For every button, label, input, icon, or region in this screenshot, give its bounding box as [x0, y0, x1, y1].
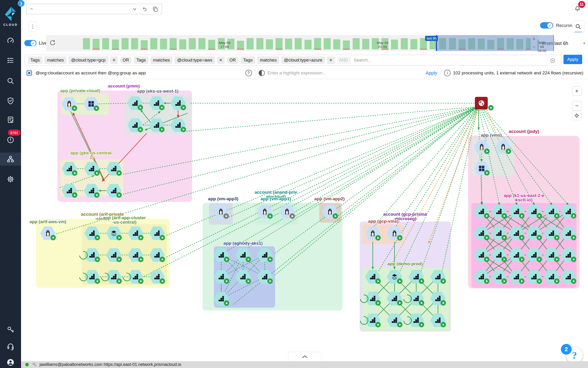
- node-pod-app-eks-us-west-1[interactable]: [127, 96, 143, 110]
- node-pod-app-k1-us-east-2-eksctl-io[interactable]: [526, 248, 542, 262]
- expand-node-badge[interactable]: [554, 235, 560, 240]
- expand-node-badge[interactable]: [536, 257, 542, 262]
- expand-node-badge[interactable]: [51, 235, 56, 240]
- node-pod-app-arif-app-cluster-us-central[interactable]: [149, 270, 165, 284]
- remove-filter-icon[interactable]: ✕: [110, 57, 118, 64]
- group-label-app-vm-app2[interactable]: app (vm-app2): [314, 196, 345, 201]
- timeline-bar[interactable]: [170, 38, 177, 49]
- node-pod-app-arif-app-cluster-us-central[interactable]: [106, 248, 122, 262]
- expand-node-badge[interactable]: [484, 148, 490, 154]
- node-pod-app-aghody-aks1[interactable]: [257, 248, 272, 262]
- node-pod-app-arif-app-cluster-us-central[interactable]: [84, 270, 100, 284]
- filter-field-chip[interactable]: Tags: [28, 56, 42, 64]
- timeline-bar[interactable]: [266, 39, 273, 49]
- expand-node-badge[interactable]: [116, 257, 122, 262]
- expand-node-badge[interactable]: [536, 213, 542, 219]
- expand-node-badge[interactable]: [375, 278, 381, 284]
- node-pod-app-k1-us-east-2-eksctl-io[interactable]: [526, 226, 542, 240]
- copy-icon[interactable]: [152, 6, 158, 12]
- expand-node-badge[interactable]: [419, 322, 424, 327]
- timeline-histogram[interactable]: last 6h May 0317:00May 0401:00May 0409:0…: [46, 35, 529, 51]
- node-linux-app-gcp-vms[interactable]: [387, 227, 402, 240]
- expand-node-badge[interactable]: [375, 235, 381, 240]
- timeline-bar[interactable]: [208, 40, 215, 49]
- filter-search-placeholder[interactable]: Search...: [354, 57, 372, 63]
- expand-node-badge[interactable]: [116, 170, 122, 176]
- timeline-bar[interactable]: [122, 38, 129, 49]
- timeline-bar[interactable]: [401, 38, 408, 49]
- node-pod-app-k1-us-east-2-eksctl-io[interactable]: [509, 270, 524, 284]
- apply-filters-button[interactable]: Apply: [563, 55, 582, 64]
- group-label-app-vms[interactable]: app (vms): [481, 133, 502, 137]
- recursive-toggle[interactable]: ✓: [540, 22, 553, 28]
- expand-node-badge[interactable]: [519, 213, 524, 219]
- expand-node-badge[interactable]: [116, 192, 122, 198]
- filter-value-chip[interactable]: @cloud:type=aws: [175, 56, 215, 64]
- timeline-bar[interactable]: [362, 39, 369, 49]
- timeline-bar[interactable]: [391, 39, 398, 49]
- node-pod-app-k1-us-east-2-eksctl-io[interactable]: [526, 270, 542, 284]
- node-pod-app-demo-prod[interactable]: [430, 270, 446, 284]
- node-pod-app-k1-us-east-2-eksctl-io[interactable]: [561, 205, 576, 218]
- sidebar-item-profile[interactable]: [0, 356, 21, 368]
- expand-node-badge[interactable]: [223, 213, 229, 219]
- node-pod-app-k1-us-east-2-eksctl-io[interactable]: [474, 226, 489, 240]
- node-windows-app-vms[interactable]: [474, 162, 489, 175]
- sidebar-item-access-keys[interactable]: [0, 323, 21, 336]
- node-pod-app-arif-app-cluster-us-central[interactable]: [149, 248, 165, 262]
- node-linux-app-vm-app3[interactable]: [213, 205, 228, 219]
- node-pod-app-k1-us-east-2-eksctl-io[interactable]: [544, 248, 559, 262]
- node-linux-app-vms[interactable]: [495, 140, 511, 154]
- fit-view-button[interactable]: [572, 111, 581, 120]
- node-pod-app-aghody-aks1[interactable]: [214, 270, 229, 284]
- filter-input[interactable]: Tagsmatches@cloud:type=gcp✕ORTagsmatches…: [24, 55, 562, 65]
- highlight-toggle-icon[interactable]: [259, 70, 265, 76]
- node-pod-app-k1-us-east-2-eksctl-io[interactable]: [526, 205, 542, 218]
- expand-node-badge[interactable]: [116, 235, 122, 240]
- group-label-app-aghody-aks1[interactable]: app (aghody-aks1): [223, 241, 263, 245]
- workspace-select[interactable]: ~: [26, 4, 162, 14]
- expand-node-badge[interactable]: [519, 278, 524, 284]
- refresh-icon[interactable]: [49, 40, 56, 46]
- expand-bottom-panel-button[interactable]: [288, 352, 321, 361]
- timeline-bar[interactable]: [246, 38, 254, 49]
- node-pod-app-arif-app-cluster-us-central[interactable]: [128, 248, 143, 262]
- expand-node-badge[interactable]: [536, 235, 542, 240]
- expand-node-badge[interactable]: [419, 278, 424, 284]
- node-pod-app-aghody-aks1[interactable]: [235, 248, 251, 262]
- timeline-bar[interactable]: [430, 40, 437, 49]
- group-label-app-private-cloud[interactable]: app (private-cloud): [60, 88, 100, 93]
- timeline-bar[interactable]: [131, 38, 138, 49]
- node-pod-app-aghody-aks1[interactable]: [257, 270, 272, 284]
- node-pod-app-gke-us-central-1[interactable]: [106, 162, 122, 175]
- node-pod-app-k1-us-east-2-eksctl-io[interactable]: [491, 226, 507, 240]
- node-pod-app-demo-prod[interactable]: [387, 313, 402, 327]
- node-linux-app-vm-app2[interactable]: [322, 205, 338, 219]
- node-pod-app-gke-us-central-1[interactable]: [84, 184, 99, 197]
- expand-node-badge[interactable]: [501, 257, 507, 262]
- node-layers-app-arif-app-cluster-us-central[interactable]: [106, 226, 122, 240]
- node-pod-app-arif-app-cluster-us-central[interactable]: [84, 248, 100, 262]
- group-label-app-demo-prod[interactable]: app (demo-prod): [387, 262, 423, 266]
- expand-node-badge[interactable]: [571, 278, 576, 284]
- node-linux-app-arif-aws-vm[interactable]: [40, 226, 56, 240]
- expand-node-badge[interactable]: [159, 105, 165, 110]
- expand-node-badge[interactable]: [138, 278, 143, 284]
- sidebar-item-investigate[interactable]: [0, 74, 21, 87]
- remove-filter-icon[interactable]: ✕: [327, 57, 334, 64]
- timeline-bar[interactable]: [343, 40, 350, 49]
- expand-node-badge[interactable]: [333, 213, 338, 219]
- filter-field-chip[interactable]: Tags: [134, 56, 149, 64]
- zoom-out-button[interactable]: −: [572, 101, 581, 110]
- node-pod-app-k1-us-east-2-eksctl-io[interactable]: [509, 226, 524, 240]
- topology-canvas[interactable]: account (pmm)account (arif-private-cloud…: [0, 79, 588, 361]
- node-pod-app-k1-us-east-2-eksctl-io[interactable]: [509, 205, 524, 218]
- node-pod-app-demo-prod[interactable]: [387, 292, 402, 305]
- group-label-app-vm-app1[interactable]: app (vm-app1): [261, 196, 291, 201]
- node-pod-app-k1-us-east-2-eksctl-io[interactable]: [474, 205, 489, 218]
- timeline-bar[interactable]: [150, 38, 157, 49]
- timeline-bar[interactable]: [102, 38, 109, 49]
- timeline-bar[interactable]: [276, 38, 282, 49]
- expand-node-badge[interactable]: [519, 235, 524, 240]
- sidebar-item-compliance[interactable]: [0, 94, 21, 107]
